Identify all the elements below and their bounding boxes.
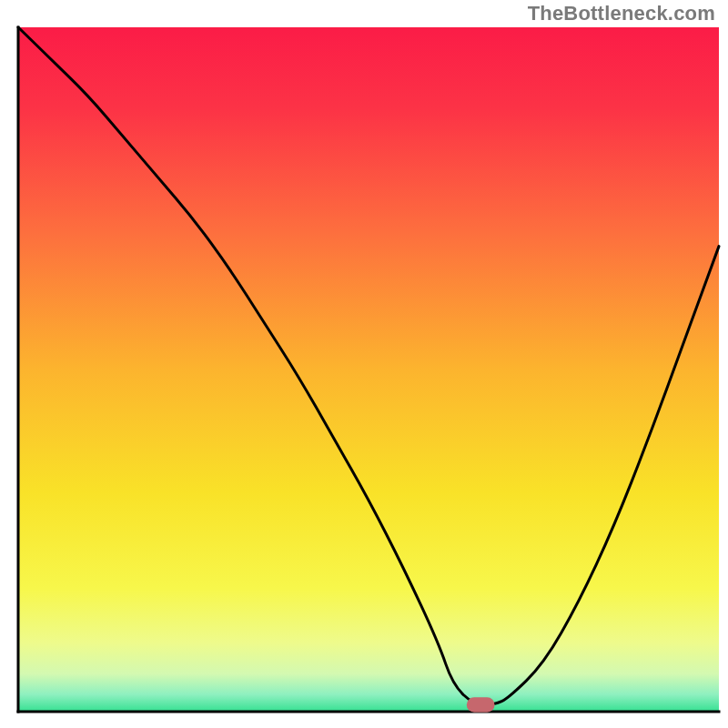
- plot-background: [18, 27, 719, 712]
- bottleneck-chart: [0, 0, 728, 728]
- optimal-marker: [467, 697, 495, 713]
- chart-container: TheBottleneck.com: [0, 0, 728, 728]
